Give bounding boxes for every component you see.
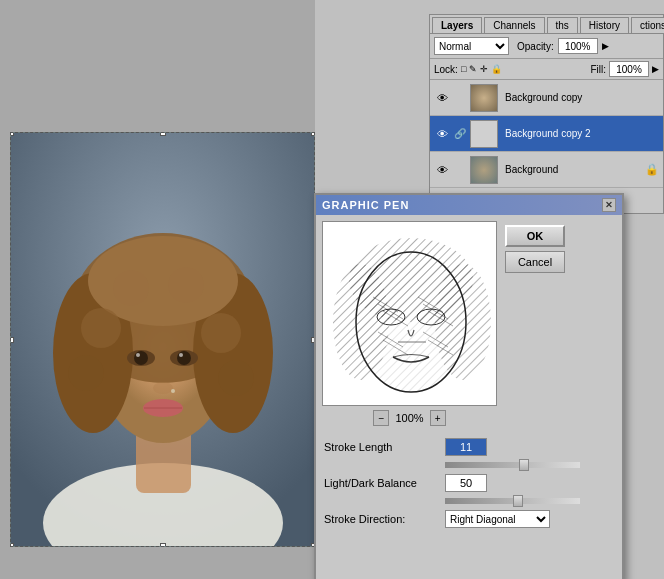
selection-handle-tl[interactable] (10, 132, 14, 136)
layer-lock-icon: 🔒 (645, 163, 659, 176)
layer-chain-bg-copy[interactable] (453, 91, 467, 105)
stroke-length-label: Stroke Length (324, 441, 439, 453)
stroke-length-slider-row (324, 460, 614, 470)
svg-point-10 (201, 313, 241, 353)
svg-point-9 (68, 355, 104, 391)
layers-tabs: Layers Channels ths History ctions (430, 15, 663, 34)
zoom-out-button[interactable]: − (373, 410, 389, 426)
tab-layers[interactable]: Layers (432, 17, 482, 33)
light-dark-slider-row (324, 496, 614, 506)
graphic-pen-dialog: GRAPHIC PEN ✕ (314, 193, 624, 579)
tab-history[interactable]: History (580, 17, 629, 33)
ok-button[interactable]: OK (505, 225, 565, 247)
zoom-in-button[interactable]: + (430, 410, 446, 426)
layers-panel: Layers Channels ths History ctions Norma… (429, 14, 664, 214)
stroke-direction-label: Stroke Direction: (324, 513, 439, 525)
layer-thumb-bg-copy2 (470, 120, 498, 148)
layer-thumb-bg-copy (470, 84, 498, 112)
svg-point-8 (81, 308, 121, 348)
preview-canvas (322, 221, 497, 406)
selection-handle-tr[interactable] (311, 132, 315, 136)
svg-point-16 (134, 351, 148, 365)
layer-name-bg: Background (505, 164, 642, 175)
preview-zoom-label: 100% (395, 412, 423, 424)
light-dark-label: Light/Dark Balance (324, 477, 439, 489)
layer-row-bg-copy[interactable]: 👁 Background copy (430, 80, 663, 116)
cancel-button[interactable]: Cancel (505, 251, 565, 273)
layer-row-bg-copy2[interactable]: 👁 🔗 Background copy 2 (430, 116, 663, 152)
photo-frame (10, 132, 315, 547)
svg-point-20 (153, 382, 173, 394)
svg-point-19 (179, 353, 183, 357)
layer-name-bg-copy2: Background copy 2 (505, 128, 659, 139)
selection-handle-tc[interactable] (160, 132, 166, 136)
dialog-settings: Stroke Length Light/Dark Balance Stroke … (316, 432, 622, 534)
layer-row-bg[interactable]: 👁 Background 🔒 (430, 152, 663, 188)
blend-mode-select[interactable]: Normal (434, 37, 509, 55)
layer-eye-bg-copy[interactable]: 👁 (434, 90, 450, 106)
stroke-length-thumb[interactable] (519, 459, 529, 471)
lock-move-icon[interactable]: ✛ (480, 64, 488, 74)
dialog-title-bar: GRAPHIC PEN ✕ (316, 195, 622, 215)
dialog-title-text: GRAPHIC PEN (322, 199, 409, 211)
selection-handle-bl[interactable] (10, 543, 14, 547)
layer-name-bg-copy: Background copy (505, 92, 659, 103)
fill-arrow[interactable]: ▶ (652, 64, 659, 74)
dialog-close-button[interactable]: ✕ (602, 198, 616, 212)
svg-point-12 (113, 270, 149, 306)
light-dark-row: Light/Dark Balance (324, 474, 614, 492)
stroke-length-row: Stroke Length (324, 438, 614, 456)
svg-point-18 (136, 353, 140, 357)
tab-paths[interactable]: ths (547, 17, 578, 33)
dialog-body: − 100% + OK Cancel (316, 215, 622, 432)
layers-list: 👁 Background copy 👁 🔗 Background copy 2 … (430, 80, 663, 188)
stroke-length-slider[interactable] (445, 462, 580, 468)
preview-area: − 100% + (322, 221, 497, 426)
opacity-arrow[interactable]: ▶ (602, 41, 609, 51)
opacity-label: Opacity: (517, 41, 554, 52)
stroke-direction-row: Stroke Direction: Right Diagonal Left Di… (324, 510, 614, 528)
svg-point-11 (218, 360, 254, 396)
svg-point-30 (435, 264, 491, 380)
layer-chain-bg[interactable] (453, 163, 467, 177)
selection-handle-bc[interactable] (160, 543, 166, 547)
layer-thumb-bg (470, 156, 498, 184)
lock-pixels-icon[interactable]: □ (461, 64, 466, 74)
lock-label: Lock: (434, 64, 458, 75)
stroke-direction-select[interactable]: Right Diagonal Left Diagonal Horizontal … (445, 510, 550, 528)
light-dark-slider[interactable] (445, 498, 580, 504)
svg-point-23 (171, 389, 175, 393)
svg-point-13 (168, 267, 204, 303)
tab-actions[interactable]: ctions (631, 17, 664, 33)
tab-channels[interactable]: Channels (484, 17, 544, 33)
photo-background (11, 133, 314, 546)
layer-chain-bg-copy2[interactable]: 🔗 (453, 127, 467, 141)
selection-handle-ml[interactable] (10, 337, 14, 343)
opacity-input[interactable] (558, 38, 598, 54)
preview-controls: − 100% + (373, 410, 445, 426)
fill-input[interactable] (609, 61, 649, 77)
layers-controls: Normal Opacity: ▶ (430, 34, 663, 59)
svg-point-17 (177, 351, 191, 365)
lock-position-icon[interactable]: ✎ (469, 64, 477, 74)
stroke-length-input[interactable] (445, 438, 487, 456)
lock-all-icon[interactable]: 🔒 (491, 64, 502, 74)
fill-label: Fill: (590, 64, 606, 75)
layer-eye-bg-copy2[interactable]: 👁 (434, 126, 450, 142)
canvas-area (0, 0, 315, 579)
layer-eye-bg[interactable]: 👁 (434, 162, 450, 178)
light-dark-thumb[interactable] (513, 495, 523, 507)
photo-container (10, 132, 315, 547)
dialog-buttons: OK Cancel (505, 221, 565, 426)
lock-controls: Lock: □ ✎ ✛ 🔒 Fill: ▶ (430, 59, 663, 80)
light-dark-input[interactable] (445, 474, 487, 492)
